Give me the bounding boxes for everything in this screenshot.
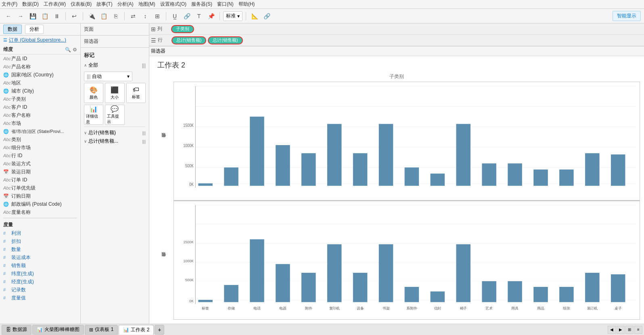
field-postal-code[interactable]: 🌐 邮政编码 (Postal Code) xyxy=(0,200,80,208)
field-shipping-cost[interactable]: # 装运成本 xyxy=(0,253,80,261)
menu-window[interactable]: 窗口(N) xyxy=(217,1,234,8)
fire-chart-tab[interactable]: 📊 火柴图/棒棒糖图 xyxy=(32,325,84,335)
field-label: 装运日期 xyxy=(11,169,31,175)
sort-button[interactable]: ↕ xyxy=(140,11,151,21)
chain-button[interactable]: 🔗 xyxy=(182,11,192,21)
nav-left-btn[interactable]: ◀ xyxy=(608,326,616,334)
paste-button[interactable]: 📋 xyxy=(98,11,109,21)
text-button[interactable]: T xyxy=(194,11,204,21)
menu-help[interactable]: 帮助(H) xyxy=(238,1,255,8)
analysis-tab[interactable]: 分析 xyxy=(25,25,44,34)
field-product-id[interactable]: Abc 产品 ID xyxy=(0,55,80,63)
field-subcategory[interactable]: Abc 子类别 xyxy=(0,95,80,103)
main-layout: 数据 分析 ☰ 订单 (Global Superstore...) 维度 🔍 ⚙… xyxy=(0,23,644,324)
menu-map[interactable]: 地图(M) xyxy=(138,1,155,8)
forward-button[interactable]: → xyxy=(15,11,26,21)
field-measure-names[interactable]: Abc 度量名称 xyxy=(0,208,80,216)
field-sales[interactable]: # 销售额 xyxy=(0,261,80,270)
dashboard-tab[interactable]: ⊞ 仪表板 1 xyxy=(85,325,118,335)
field-ship-mode[interactable]: Abc 装运方式 xyxy=(0,160,80,168)
field-order-date[interactable]: 📅 订购日期 xyxy=(0,192,80,200)
field-market[interactable]: Abc 市场 xyxy=(0,119,80,127)
menu-data[interactable]: 数据(D) xyxy=(22,1,39,8)
field-state[interactable]: 🌐 省/市/自治区 (State/Provi... xyxy=(0,127,80,135)
field-latitude[interactable]: # 纬度(生成) xyxy=(0,270,80,278)
view-label: 标准 xyxy=(226,13,236,19)
field-record-count[interactable]: # 记录数 xyxy=(0,286,80,294)
field-segment[interactable]: Abc 细分市场 xyxy=(0,143,80,152)
menu-server[interactable]: 服务器(S) xyxy=(191,1,212,8)
share-button[interactable]: 🔗 xyxy=(261,11,272,21)
pin-button[interactable]: 📌 xyxy=(206,11,216,21)
field-customer-id[interactable]: Abc 客户 ID xyxy=(0,103,80,111)
tooltip-button[interactable]: 💬 工具提示 xyxy=(105,105,124,125)
undo-button[interactable]: ↩ xyxy=(69,11,79,21)
search-icon[interactable]: 🔍 xyxy=(65,47,71,53)
rows-sales-pill-1[interactable]: 总计(销售额) xyxy=(171,36,206,44)
connect-button[interactable]: 🔌 xyxy=(86,11,97,21)
menu-analysis[interactable]: 分析(A) xyxy=(117,1,134,8)
field-category[interactable]: Abc 类别 xyxy=(0,135,80,143)
subcategory-pill[interactable]: 子类别 xyxy=(171,25,194,33)
nav-right-btn[interactable]: ▶ xyxy=(617,326,625,334)
pause-button[interactable]: ⏸ xyxy=(52,11,62,21)
add-tab-button[interactable]: + xyxy=(155,325,164,335)
field-discount[interactable]: # 折扣 xyxy=(0,237,80,245)
back-button[interactable]: ← xyxy=(3,11,14,21)
datasource-tab[interactable]: 🗄 数据源 xyxy=(2,325,31,335)
save-button[interactable]: 💾 xyxy=(27,11,38,21)
menu-file[interactable]: 文件(F) xyxy=(2,1,17,8)
field-country[interactable]: 🌐 国家/地区 (Country) xyxy=(0,71,80,79)
group-button[interactable]: ⊞ xyxy=(152,11,163,21)
pages-label: 页面 xyxy=(84,25,146,34)
field-customer-name[interactable]: Abc 客户名称 xyxy=(0,111,80,119)
field-order-priority[interactable]: Abc 订单优先级 xyxy=(0,184,80,192)
marks-type-dropdown[interactable]: ||| 自动 ▾ xyxy=(84,72,132,81)
label-text: 标签 xyxy=(132,94,140,100)
color-button[interactable]: 🎨 颜色 xyxy=(84,83,103,103)
field-region[interactable]: Abc 地区 xyxy=(0,79,80,87)
field-ship-date[interactable]: 📅 装运日期 xyxy=(0,168,80,176)
abc-icon: Abc xyxy=(3,145,10,150)
field-measure-values[interactable]: # 度量值 xyxy=(0,294,80,302)
field-order-id[interactable]: Abc 订单 ID xyxy=(0,176,80,184)
save-as-button[interactable]: 📋 xyxy=(40,11,50,21)
menu-story[interactable]: 故事(T) xyxy=(96,1,112,8)
field-quantity[interactable]: # 数量 xyxy=(0,245,80,253)
swap-button[interactable]: ⇄ xyxy=(128,11,138,21)
size-button[interactable]: ⬛ 大小 xyxy=(105,83,124,103)
datasource-item[interactable]: ☰ 订单 (Global Superstore...) xyxy=(0,36,80,45)
rows-sales-pill-2[interactable]: 总计(销售额) xyxy=(208,36,243,44)
field-longitude[interactable]: # 经度(生成) xyxy=(0,278,80,286)
intelligent-display-button[interactable]: 智能显示 xyxy=(613,11,641,21)
label-button[interactable]: 🏷 标签 xyxy=(126,83,146,103)
copy-button[interactable]: ⎘ xyxy=(111,11,121,21)
field-label: 装运成本 xyxy=(11,254,31,261)
underline-button[interactable]: U̲ xyxy=(169,11,180,21)
columns-label: 列 xyxy=(157,25,169,32)
abc-icon: Abc xyxy=(3,64,10,69)
marks-total-sales-1[interactable]: ∨ 总计(销售额) ||| xyxy=(84,129,146,137)
abc-icon: Abc xyxy=(3,105,10,110)
list-view-btn[interactable]: ≡ xyxy=(634,326,642,334)
marks-sub-section: ∨ 总计(销售额) ||| ∨ 总计(销售额... ||| xyxy=(84,126,146,145)
worksheet2-tab[interactable]: 📊 工作表 2 xyxy=(119,325,154,335)
marks-total-sales-2[interactable]: ∨ 总计(销售额... ||| xyxy=(84,137,146,145)
field-label: 类别 xyxy=(11,136,21,143)
field-row-id[interactable]: Abc 行 ID xyxy=(0,152,80,160)
view-dropdown[interactable]: 标准 ▾ xyxy=(223,11,243,21)
field-city[interactable]: 🌐 城市 (City) xyxy=(0,87,80,95)
data-tab[interactable]: 数据 xyxy=(3,25,22,34)
menu-worksheet[interactable]: 工作表(W) xyxy=(44,1,66,8)
measure-button[interactable]: 📐 xyxy=(249,11,260,21)
field-profit[interactable]: # 利润 xyxy=(0,229,80,237)
separator1 xyxy=(65,12,66,20)
settings-icon[interactable]: ⚙ xyxy=(73,47,77,53)
field-product-name[interactable]: Abc 产品名称 xyxy=(0,63,80,71)
filters-section: 筛选器 xyxy=(81,36,149,48)
menu-dashboard[interactable]: 仪表板(B) xyxy=(71,1,92,8)
dim-separator xyxy=(3,218,77,218)
detail-button[interactable]: 📊 详细信息 xyxy=(84,105,103,125)
grid-view-btn[interactable]: ⊞ xyxy=(625,326,634,334)
menu-format[interactable]: 设置格式(O) xyxy=(160,1,186,8)
